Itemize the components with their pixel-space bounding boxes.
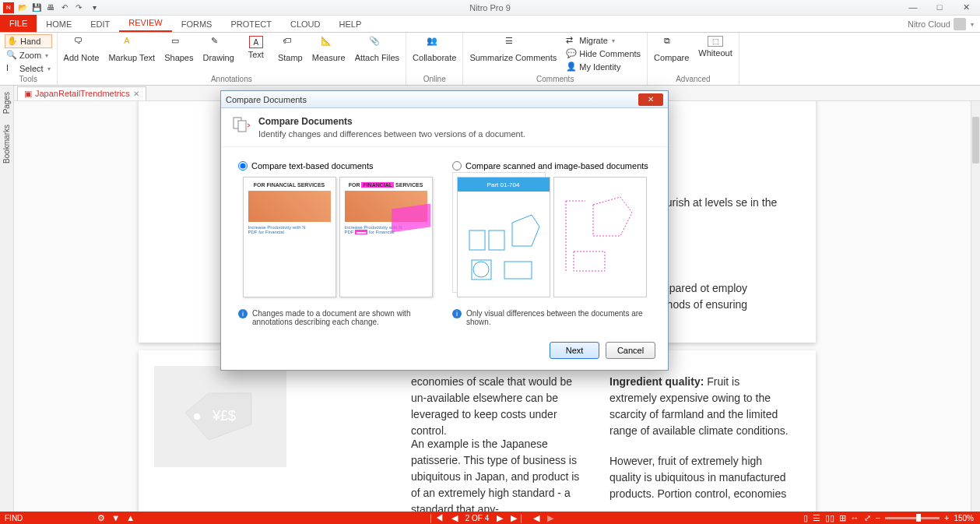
tool-shapes[interactable]: ▭Shapes	[163, 34, 195, 64]
tab-cloud[interactable]: CLOUD	[281, 16, 330, 32]
tab-review[interactable]: REVIEW	[119, 15, 171, 32]
tool-text[interactable]: AText	[242, 34, 270, 61]
tool-measure[interactable]: 📐Measure	[311, 34, 347, 64]
cursor-icon: I	[6, 63, 17, 74]
first-page-icon[interactable]: ｜◀	[427, 512, 444, 524]
technical-drawing-icon	[458, 192, 551, 293]
tool-my-identity[interactable]: 👤My Identity	[564, 61, 642, 73]
view-fit-icon[interactable]: ⤢	[864, 513, 871, 523]
view-continuous-icon[interactable]: ☰	[813, 513, 820, 523]
ribbon-group-tools: ✋Hand 🔍Zoom▾ ISelect▾ Tools	[0, 33, 58, 85]
zoom-in-icon[interactable]: +	[944, 513, 949, 522]
tool-hide-comments[interactable]: 💬Hide Comments	[564, 47, 642, 60]
compare-documents-dialog: Compare Documents ✕ Compare Documents Id…	[220, 90, 669, 371]
radio-label: Compare scanned and image-based document…	[465, 161, 648, 171]
nav-up-icon[interactable]: ▲	[126, 513, 135, 523]
radio-text-based[interactable]: Compare text-based documents	[238, 161, 437, 171]
svg-text:¥£$: ¥£$	[212, 408, 236, 424]
last-page-icon[interactable]: ▶｜	[511, 512, 525, 524]
ribbon-group-comments: ☰Summarize Comments ⇄Migrate▾ 💬Hide Comm…	[463, 33, 648, 85]
undo-icon[interactable]: ↶	[59, 2, 70, 13]
minimize-button[interactable]: —	[902, 2, 924, 12]
find-label[interactable]: FIND	[0, 514, 27, 522]
zoom-out-icon[interactable]: −	[876, 513, 880, 522]
compare-icon: ⧉	[664, 36, 680, 51]
chevron-down-icon: ▾	[47, 65, 51, 72]
note-icon: 🗨	[74, 36, 90, 51]
tool-hand[interactable]: ✋Hand	[5, 34, 52, 48]
tab-edit[interactable]: EDIT	[81, 16, 119, 32]
view-grid-icon[interactable]: ⊞	[839, 513, 846, 523]
text-box-icon: A	[249, 36, 263, 48]
radio-image-based[interactable]: Compare scanned and image-based document…	[452, 161, 651, 171]
gear-icon[interactable]: ⚙	[97, 513, 105, 523]
tool-migrate[interactable]: ⇄Migrate▾	[564, 34, 642, 47]
close-icon[interactable]: ✕	[133, 90, 139, 98]
tool-drawing[interactable]: ✎Drawing	[201, 34, 235, 64]
body-text: An example is the Japanese patisserie. T…	[411, 436, 590, 512]
document-tab[interactable]: ▣ JapanRetailTrendmetrics ✕	[17, 86, 146, 100]
forward-icon[interactable]: ▶	[547, 513, 553, 523]
zoom-level[interactable]: 150%	[954, 514, 974, 522]
body-text: However, fruit of extremely high quality…	[609, 453, 789, 502]
info-icon: i	[452, 309, 462, 318]
preview-graphic	[345, 191, 427, 222]
close-button[interactable]: ✕	[955, 2, 977, 12]
view-single-icon[interactable]: ▯	[803, 513, 808, 523]
vertical-scrollbar[interactable]	[971, 101, 980, 512]
back-icon[interactable]: ◀	[533, 513, 539, 523]
tool-whiteout[interactable]: ⬚Whiteout	[697, 34, 733, 59]
whiteout-icon: ⬚	[708, 36, 723, 47]
open-icon[interactable]: 📂	[17, 2, 28, 13]
cancel-button[interactable]: Cancel	[606, 342, 655, 359]
stamp-icon: 🏷	[283, 36, 298, 51]
view-facing-icon[interactable]: ▯▯	[825, 513, 834, 523]
body-text: economies of scale that would be un-avai…	[411, 374, 590, 439]
radio-input[interactable]	[238, 161, 248, 171]
option-info: i Only visual differences between the do…	[452, 309, 651, 326]
print-icon[interactable]: 🖶	[45, 2, 56, 13]
tool-summarize-comments[interactable]: ☰Summarize Comments	[468, 34, 558, 64]
tool-stamp[interactable]: 🏷Stamp	[276, 34, 304, 64]
tab-forms[interactable]: FORMS	[172, 16, 222, 32]
dialog-titlebar[interactable]: Compare Documents ✕	[221, 91, 668, 108]
prev-page-icon[interactable]: ◀	[451, 513, 458, 523]
tool-collaborate[interactable]: 👥Collaborate	[411, 34, 458, 64]
ribbon-group-advanced: ⧉Compare ⬚Whiteout Advanced	[648, 33, 739, 85]
qat-more-icon[interactable]: ▾	[89, 2, 100, 13]
tool-attach-files[interactable]: 📎Attach Files	[353, 34, 401, 64]
svg-rect-8	[504, 262, 532, 279]
view-fullwidth-icon[interactable]: ↔	[851, 513, 859, 522]
tab-help[interactable]: HELP	[330, 16, 371, 32]
maximize-button[interactable]: □	[929, 2, 950, 12]
page-navigation: ｜◀ ◀ 2 OF 4 ▶ ▶｜ ◀ ▶	[427, 512, 554, 524]
svg-point-0	[194, 413, 200, 420]
tab-file[interactable]: FILE	[0, 15, 37, 32]
next-page-icon[interactable]: ▶	[497, 513, 503, 523]
tab-home[interactable]: HOME	[37, 16, 81, 32]
list-icon: ☰	[505, 36, 521, 51]
next-button[interactable]: Next	[550, 342, 599, 359]
tab-protect[interactable]: PROTECT	[221, 16, 281, 32]
sidepanel-bookmarks[interactable]: Bookmarks	[2, 121, 11, 167]
tool-compare[interactable]: ⧉Compare	[652, 34, 690, 64]
scrollbar-thumb[interactable]	[972, 117, 979, 164]
save-icon[interactable]: 💾	[31, 2, 42, 13]
avatar-icon	[954, 18, 966, 30]
sidepanel-pages[interactable]: Pages	[2, 89, 11, 117]
nav-down-icon[interactable]: ▼	[111, 513, 120, 523]
radio-input[interactable]	[452, 161, 462, 171]
zoom-slider-thumb[interactable]	[916, 514, 921, 522]
option-info-text: Only visual differences between the docu…	[466, 309, 651, 326]
tool-add-note[interactable]: 🗨Add Note	[62, 34, 101, 64]
paperclip-icon: 📎	[369, 36, 385, 51]
preview-header-bar: Part 01-704	[458, 178, 550, 192]
zoom-slider[interactable]	[885, 517, 940, 519]
tool-select[interactable]: ISelect▾	[5, 62, 52, 75]
tool-markup-text[interactable]: AMarkup Text	[107, 34, 156, 64]
tool-zoom[interactable]: 🔍Zoom▾	[5, 49, 52, 62]
dialog-body: Compare text-based documents FOR FINANCI…	[221, 147, 668, 334]
user-account[interactable]: Nitro Cloud ▾	[901, 16, 980, 32]
redo-icon[interactable]: ↷	[73, 2, 84, 13]
dialog-close-button[interactable]: ✕	[638, 93, 663, 106]
